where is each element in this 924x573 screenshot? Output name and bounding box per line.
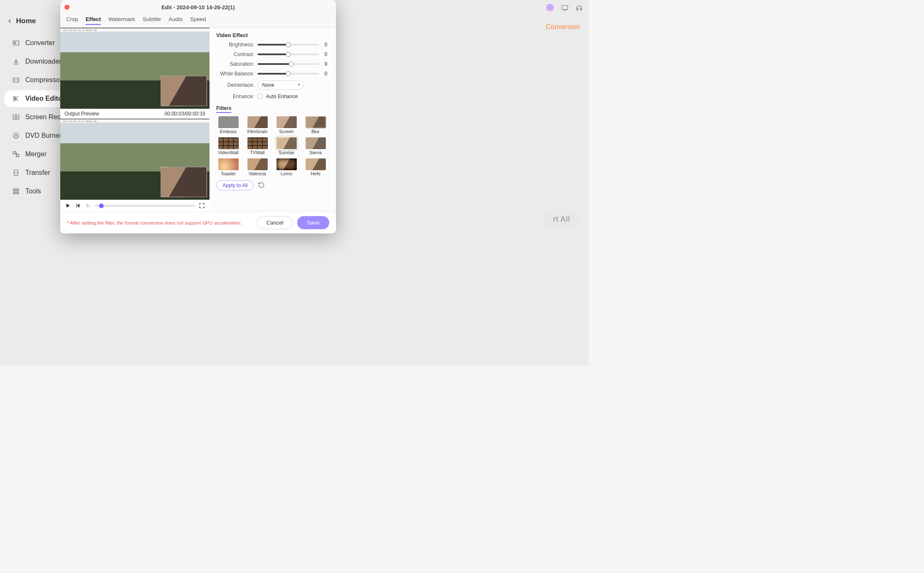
edit-tabs: CropEffectWatermarkSubtitleAudioSpeed [60, 14, 336, 28]
tab-speed[interactable]: Speed [190, 14, 206, 25]
filter-lomo[interactable]: Lomo [274, 158, 298, 176]
filter-label: VideoWall [218, 150, 239, 155]
filter-videowall[interactable]: VideoWall [216, 137, 240, 155]
auto-enhance-checkbox[interactable] [258, 94, 263, 99]
filter-thumb [218, 116, 239, 128]
tab-audio[interactable]: Audio [169, 14, 183, 25]
save-button[interactable]: Save [297, 216, 329, 229]
tab-crop[interactable]: Crop [66, 14, 78, 25]
topbar-actions [545, 3, 583, 13]
contrast-slider[interactable] [258, 54, 319, 55]
svg-rect-5 [13, 115, 19, 120]
filter-hefe[interactable]: Hefe [304, 158, 328, 176]
output-preview: FinderFileEditViewGoWindowHelp [60, 119, 210, 200]
sidebar-item-label: Converter [25, 39, 55, 47]
auto-enhance-option: Auto Enhance [266, 94, 298, 99]
filter-sierra[interactable]: Sierra [304, 137, 328, 155]
svg-rect-10 [16, 155, 19, 157]
deinterlace-value: None [262, 82, 274, 88]
dialog-footer: * After setting the filter, the format c… [60, 212, 336, 233]
dvd-burner-icon [12, 131, 20, 140]
effect-panel: Video Effect Brightness: 0 Contrast: 0 S… [210, 28, 336, 212]
svg-rect-16 [76, 203, 77, 207]
filter-filmgrain[interactable]: FilmGrain [245, 116, 269, 134]
svg-point-8 [16, 135, 17, 137]
filter-label: Valencia [249, 171, 266, 176]
play-button[interactable] [64, 202, 71, 209]
filter-thumb [306, 116, 326, 128]
filter-thumb [218, 158, 239, 170]
filter-tvwall[interactable]: TVWall [245, 137, 269, 155]
sidebar-item-label: Video Editor [25, 95, 65, 102]
converter-icon [12, 39, 20, 47]
step-back-button[interactable] [75, 202, 81, 209]
downloader-icon [12, 57, 20, 66]
white-balance-slider[interactable] [258, 73, 319, 75]
brightness-slider[interactable] [258, 44, 319, 46]
contrast-row: Contrast: 0 [216, 51, 329, 57]
video-editor-icon [12, 94, 20, 103]
chat-icon[interactable] [561, 4, 569, 12]
filter-label: Screen [279, 129, 294, 134]
tab-effect[interactable]: Effect [86, 14, 101, 25]
dialog-title: Edit - 2024-09-10 14-26-22(1) [161, 4, 235, 11]
filter-emboss[interactable]: Emboss [216, 116, 240, 134]
step-forward-button[interactable] [85, 202, 91, 209]
svg-rect-0 [562, 5, 568, 10]
sidebar-item-label: DVD Burner [25, 132, 62, 139]
saturation-slider[interactable] [258, 63, 319, 65]
contrast-value: 0 [322, 51, 329, 57]
pip-overlay [161, 76, 207, 106]
tab-subtitle[interactable]: Subtitle [142, 14, 161, 25]
filter-label: Hefe [311, 171, 320, 176]
filter-thumb [247, 116, 268, 128]
white-balance-row: White Balance: 0 [216, 71, 329, 77]
original-preview: FinderFileEditViewGoWindowHelp [60, 28, 210, 109]
filter-thumb [247, 158, 268, 170]
support-icon[interactable] [575, 4, 583, 12]
contrast-label: Contrast: [216, 51, 254, 57]
filter-toaster[interactable]: Toaster [216, 158, 240, 176]
avatar-icon[interactable] [545, 3, 555, 13]
dialog-titlebar: Edit - 2024-09-10 14-26-22(1) [60, 0, 336, 14]
preview-column: FinderFileEditViewGoWindowHelp Output Pr… [60, 28, 210, 212]
svg-rect-2 [13, 78, 19, 83]
filter-label: Sierra [309, 150, 322, 155]
filter-blur[interactable]: Blur [304, 116, 328, 134]
reset-icon[interactable] [258, 182, 266, 189]
enhance-row: Enhance: Auto Enhance [216, 94, 329, 99]
filter-thumb [306, 137, 326, 149]
deinterlace-select[interactable]: None [258, 80, 304, 90]
deinterlace-label: Deinterlace: [216, 82, 254, 88]
tab-watermark[interactable]: Watermark [108, 14, 135, 25]
rt-all-button[interactable]: rt All [544, 210, 579, 229]
filter-label: Blur [312, 129, 320, 134]
filter-valencia[interactable]: Valencia [245, 158, 269, 176]
apply-to-all-button[interactable]: Apply to All [216, 180, 254, 190]
conversion-label: Conversion [546, 23, 580, 31]
merger-icon [12, 150, 20, 158]
dialog-close-icon[interactable] [64, 5, 70, 10]
gpu-warning: * After setting the filter, the format c… [67, 220, 242, 225]
filter-sunrise[interactable]: Sunrise [274, 137, 298, 155]
filter-thumb [277, 116, 297, 128]
filter-thumb [277, 137, 297, 149]
cancel-button[interactable]: Cancel [257, 216, 293, 229]
white-balance-value: 0 [322, 71, 329, 77]
filter-label: Emboss [220, 129, 237, 134]
filter-thumb [306, 158, 326, 170]
chevron-left-icon [7, 18, 13, 24]
svg-point-6 [15, 116, 17, 118]
sidebar-item-label: Downloader [25, 58, 61, 65]
filter-screen[interactable]: Screen [274, 116, 298, 134]
sidebar-item-label: Merger [25, 150, 47, 158]
video-effect-title: Video Effect [216, 32, 329, 38]
svg-point-7 [13, 133, 19, 138]
brightness-label: Brightness: [216, 42, 254, 48]
filter-label: TVWall [250, 150, 265, 155]
enhance-label: Enhance: [216, 94, 254, 99]
sidebar-item-label: Transfer [25, 169, 50, 177]
filter-thumb [277, 158, 297, 170]
playback-progress[interactable] [95, 205, 195, 207]
fullscreen-button[interactable] [199, 202, 205, 209]
